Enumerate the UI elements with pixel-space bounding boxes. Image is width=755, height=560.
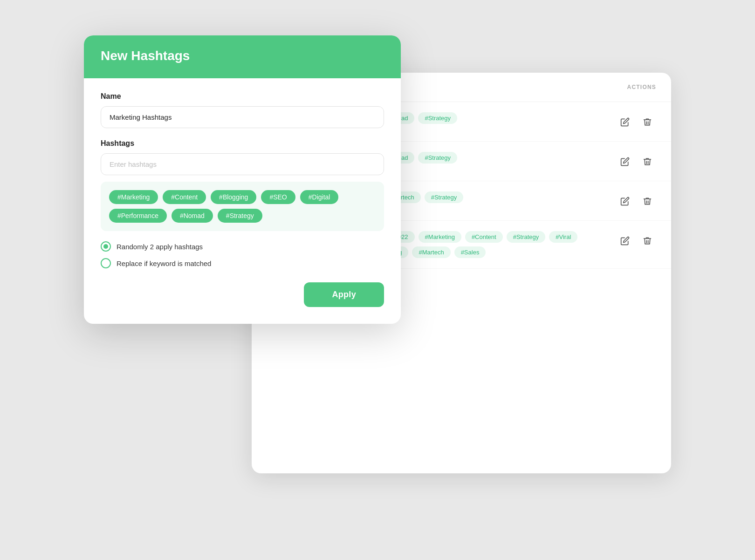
new-hashtags-modal: New Hashtags Name Hashtags #Marketing #C… <box>84 35 401 324</box>
delete-button[interactable] <box>638 113 656 131</box>
modal-tag: #Nomad <box>172 209 213 223</box>
delete-button[interactable] <box>638 192 656 210</box>
row-actions <box>616 152 656 171</box>
modal-tag: #Content <box>163 190 206 204</box>
radio-group: Randomly 2 apply hashtags Replace if key… <box>101 241 384 268</box>
radio-randomly[interactable]: Randomly 2 apply hashtags <box>101 241 384 252</box>
tag-strategy: #Strategy <box>425 191 464 203</box>
tag-strategy: #Strategy <box>418 152 457 164</box>
modal-header: New Hashtags <box>84 35 401 78</box>
tag-sales: #Sales <box>454 246 486 258</box>
apply-button[interactable]: Apply <box>304 282 384 307</box>
radio-replace[interactable]: Replace if keyword is matched <box>101 258 384 268</box>
radio-circle-replace <box>101 258 111 268</box>
tag-martech: #Martech <box>412 246 450 258</box>
modal-tag: #Strategy <box>218 209 262 223</box>
edit-button[interactable] <box>616 232 634 250</box>
actions-column-header: ACTIONS <box>627 84 656 90</box>
radio-randomly-label: Randomly 2 apply hashtags <box>117 243 203 251</box>
selected-tags-container: #Marketing #Content #Blogging #SEO #Digi… <box>101 182 384 231</box>
tag-content: #Content <box>465 231 503 243</box>
modal-tag: #SEO <box>261 190 295 204</box>
hashtags-label: Hashtags <box>101 139 384 148</box>
modal-title: New Hashtags <box>101 48 384 63</box>
name-input[interactable] <box>101 106 384 128</box>
edit-button[interactable] <box>616 192 634 210</box>
modal-body: Name Hashtags #Marketing #Content #Blogg… <box>84 78 401 324</box>
hashtags-input[interactable] <box>101 153 384 175</box>
radio-replace-label: Replace if keyword is matched <box>117 260 211 267</box>
tag-marketing: #Marketing <box>419 231 461 243</box>
modal-tag: #Performance <box>109 209 167 223</box>
row-actions <box>616 112 656 131</box>
row-actions <box>616 231 656 250</box>
delete-button[interactable] <box>638 153 656 171</box>
tag-strategy: #Strategy <box>507 231 546 243</box>
row-actions <box>616 191 656 210</box>
modal-tag: #Digital <box>300 190 339 204</box>
delete-button[interactable] <box>638 232 656 250</box>
radio-circle-randomly <box>101 241 111 252</box>
tag-viral: #Viral <box>549 231 577 243</box>
name-label: Name <box>101 92 384 101</box>
edit-button[interactable] <box>616 113 634 131</box>
modal-tag: #Blogging <box>211 190 256 204</box>
tag-strategy: #Strategy <box>418 112 457 124</box>
edit-button[interactable] <box>616 153 634 171</box>
modal-tag: #Marketing <box>109 190 158 204</box>
